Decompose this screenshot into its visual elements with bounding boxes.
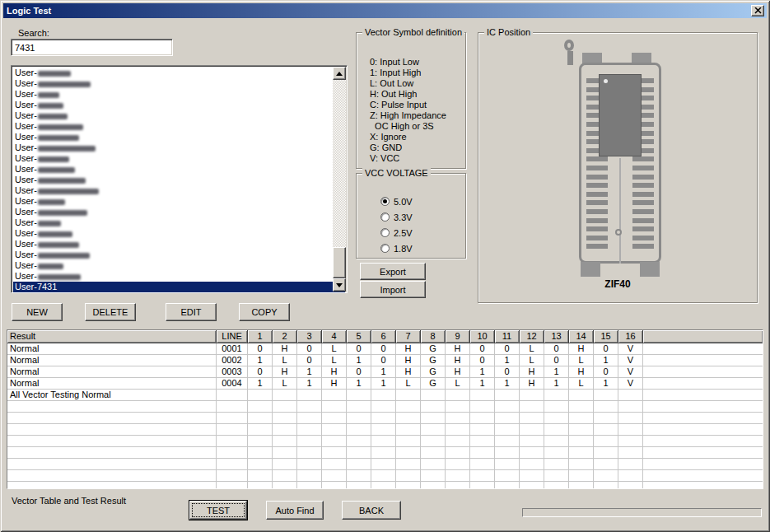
header-pin-4[interactable]: 4	[322, 330, 347, 343]
listbox-scrollbar[interactable]	[333, 67, 346, 292]
header-pin-16[interactable]: 16	[618, 330, 643, 343]
list-item[interactable]: User-	[13, 110, 345, 121]
table-row[interactable]	[7, 459, 763, 470]
table-row[interactable]	[7, 424, 763, 436]
vcc-option-1.8V[interactable]: 1.8V	[380, 240, 413, 256]
list-item[interactable]: User-	[13, 153, 345, 164]
table-row[interactable]: Normal00010H0L00HGH00L0H0V	[7, 343, 763, 355]
ic-position-group-title: IC Position	[484, 27, 533, 37]
list-item[interactable]: User-	[13, 100, 345, 110]
auto-find-button[interactable]: Auto Find	[266, 501, 324, 520]
vcc-option-2.5V[interactable]: 2.5V	[380, 225, 413, 240]
symbol-line: Z: High Impedance	[370, 110, 446, 121]
device-list[interactable]: User-User-User-User-User-User-User-User-…	[11, 65, 348, 293]
scroll-thumb[interactable]	[333, 247, 346, 278]
header-pin-5[interactable]: 5	[347, 330, 371, 343]
test-button[interactable]: TEST	[189, 501, 247, 520]
header-result[interactable]: Result	[7, 330, 217, 343]
list-item[interactable]: User-	[13, 196, 345, 207]
header-pin-12[interactable]: 12	[520, 330, 544, 343]
header-pin-1[interactable]: 1	[248, 330, 273, 343]
header-pin-6[interactable]: 6	[371, 330, 396, 343]
socket-name-label: ZIF40	[478, 278, 757, 290]
symbol-line: 1: Input High	[370, 68, 446, 78]
arrow-down-icon	[336, 283, 343, 287]
list-item[interactable]: User-	[13, 239, 345, 250]
close-icon	[754, 7, 762, 14]
import-button[interactable]: Import	[360, 281, 426, 298]
header-pin-7[interactable]: 7	[396, 330, 421, 343]
header-pin-10[interactable]: 10	[470, 330, 495, 343]
table-row[interactable]	[7, 470, 763, 482]
table-row[interactable]: Normal00041L1H11LGL11H1L1V	[7, 378, 763, 390]
list-item[interactable]: User-	[13, 164, 345, 175]
list-item[interactable]: User-	[13, 78, 345, 89]
header-pin-13[interactable]: 13	[544, 330, 569, 343]
list-item[interactable]: User-	[13, 228, 345, 239]
table-row[interactable]: Normal00030H1H01HGH10H1H0V	[7, 366, 763, 378]
copy-button[interactable]: COPY	[239, 303, 290, 321]
list-item[interactable]: User-	[13, 185, 345, 196]
arrow-up-icon	[336, 72, 343, 76]
logic-test-window: Logic Test Search: User-User-User-User-U…	[0, 0, 770, 532]
list-item[interactable]: User-7431	[13, 282, 345, 292]
table-row[interactable]	[7, 436, 763, 447]
export-button[interactable]: Export	[360, 263, 426, 280]
scroll-up-button[interactable]	[333, 67, 346, 80]
list-item[interactable]: User-	[13, 271, 345, 282]
radio-label: 5.0V	[394, 197, 413, 207]
table-row[interactable]: All Vector Testing Normal	[7, 390, 763, 401]
list-item[interactable]: User-	[13, 89, 345, 100]
vcc-option-5.0V[interactable]: 5.0V	[380, 194, 413, 209]
chip-pin1-mark-icon	[604, 79, 608, 83]
close-button[interactable]	[751, 5, 764, 16]
list-item[interactable]: User-	[13, 260, 345, 271]
table-row[interactable]	[7, 482, 763, 489]
socket-lever-icon	[564, 40, 574, 51]
vector-table: Result LINE 1 2 3 4 5 6 7 8 9 10 11 12 1…	[7, 329, 763, 489]
socket-center-screw-icon	[615, 229, 622, 236]
header-pin-8[interactable]: 8	[421, 330, 446, 343]
list-item[interactable]: User-	[13, 207, 345, 217]
header-pin-2[interactable]: 2	[273, 330, 297, 343]
header-pin-11[interactable]: 11	[495, 330, 520, 343]
search-input[interactable]	[11, 39, 173, 56]
list-item[interactable]: User-	[13, 68, 345, 78]
list-item[interactable]: User-	[13, 121, 345, 132]
vector-symbol-lines: 0: Input Low1: Input HighL: Out LowH: Ou…	[370, 57, 446, 164]
new-button[interactable]: NEW	[12, 303, 63, 321]
table-row[interactable]	[7, 413, 763, 424]
header-pin-3[interactable]: 3	[297, 330, 322, 343]
radio-label: 2.5V	[394, 228, 413, 238]
header-filler	[643, 330, 763, 343]
symbol-line: G: GND	[370, 142, 446, 153]
delete-button[interactable]: DELETE	[85, 303, 136, 321]
list-item[interactable]: User-	[13, 217, 345, 228]
vcc-options: 5.0V3.3V2.5V1.8V	[380, 194, 413, 256]
list-item[interactable]: User-	[13, 175, 345, 185]
header-pin-9[interactable]: 9	[446, 330, 470, 343]
list-item[interactable]: User-	[13, 132, 345, 142]
table-row[interactable]: Normal00021L0L10HGH01L0L1V	[7, 355, 763, 366]
vector-symbol-group: Vector Symbol definition 0: Input Low1: …	[356, 32, 466, 169]
back-button[interactable]: BACK	[342, 501, 401, 520]
symbol-line: L: Out Low	[370, 78, 446, 89]
title-bar[interactable]: Logic Test	[3, 3, 767, 18]
list-item[interactable]: User-	[13, 250, 345, 260]
scroll-down-button[interactable]	[333, 278, 346, 292]
header-pin-15[interactable]: 15	[594, 330, 618, 343]
edit-button[interactable]: EDIT	[166, 303, 217, 321]
symbol-line: OC High or 3S	[370, 121, 446, 132]
header-line[interactable]: LINE	[217, 330, 248, 343]
vcc-option-3.3V[interactable]: 3.3V	[380, 209, 413, 225]
vector-symbol-group-title: Vector Symbol definition	[362, 27, 464, 37]
list-item[interactable]: User-	[13, 142, 345, 153]
progress-bar	[522, 508, 762, 517]
table-row[interactable]	[7, 401, 763, 413]
ic-position-group: IC Position ZIF40	[478, 32, 758, 303]
socket-lever-stem	[567, 51, 573, 65]
table-row[interactable]	[7, 447, 763, 459]
header-pin-14[interactable]: 14	[569, 330, 594, 343]
table-header[interactable]: Result LINE 1 2 3 4 5 6 7 8 9 10 11 12 1…	[7, 330, 763, 343]
radio-icon	[380, 197, 390, 206]
